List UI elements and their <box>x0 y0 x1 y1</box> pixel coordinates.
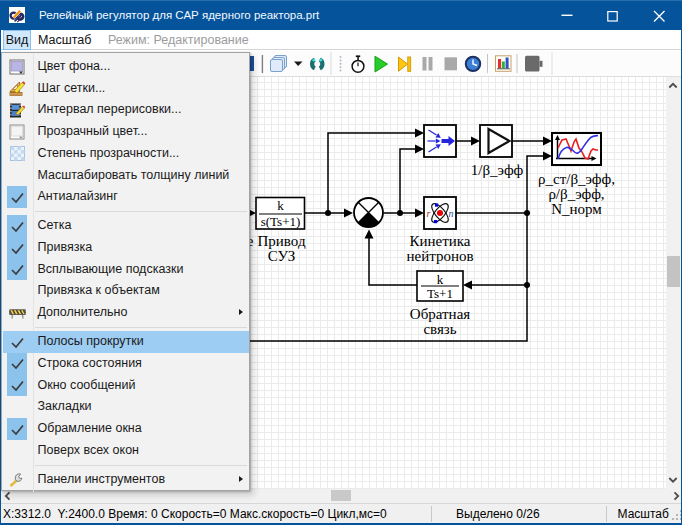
svg-text:s(Ts+1): s(Ts+1) <box>261 214 301 229</box>
svg-text:1/β_эфф: 1/β_эфф <box>471 162 524 178</box>
svg-text:СУЗ: СУЗ <box>268 248 296 264</box>
svg-text:Ts+1: Ts+1 <box>427 286 453 301</box>
svg-text:Привод: Привод <box>257 233 305 249</box>
svg-text:нейтронов: нейтронов <box>406 248 473 264</box>
svg-text:r: r <box>427 208 431 219</box>
svg-text:k: k <box>277 198 284 213</box>
svg-text:ρ_ст/β_эфф,: ρ_ст/β_эфф, <box>538 171 615 187</box>
svg-text:ρ/β_эфф,: ρ/β_эфф, <box>548 186 604 202</box>
svg-text:n: n <box>449 208 454 219</box>
svg-text:k: k <box>437 272 444 287</box>
svg-text:связь: связь <box>423 321 456 337</box>
svg-text:Кинетика: Кинетика <box>409 233 470 249</box>
svg-text:Обратная: Обратная <box>410 306 470 322</box>
svg-text:N_норм: N_норм <box>551 201 602 217</box>
